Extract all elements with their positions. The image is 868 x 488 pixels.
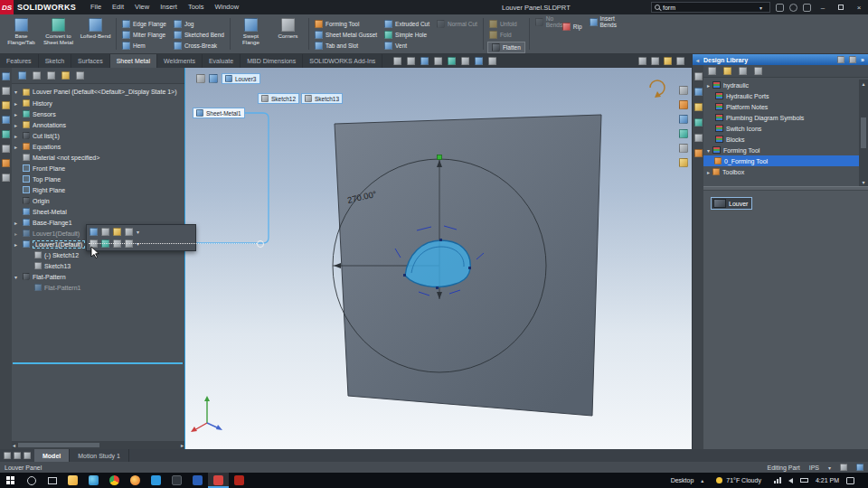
- tree-item-origin[interactable]: Origin: [12, 195, 184, 206]
- rip-button[interactable]: Rip: [561, 22, 584, 32]
- graphics-area[interactable]: 270.00°: [185, 68, 692, 449]
- breadcrumb-feature-chip[interactable]: Louver3: [222, 73, 260, 84]
- design-library-tab-icon[interactable]: [694, 88, 703, 96]
- action-center-icon[interactable]: [846, 477, 854, 484]
- appearances-tab-icon[interactable]: [694, 134, 703, 142]
- extruded-cut-button[interactable]: Extruded Cut: [382, 19, 431, 29]
- expand-icon[interactable]: [14, 274, 20, 280]
- expand-icon[interactable]: [14, 144, 20, 150]
- tab-and-slot-button[interactable]: Tab and Slot: [313, 41, 379, 51]
- library-scrollbar[interactable]: [859, 80, 868, 186]
- tab-evaluate[interactable]: Evaluate: [203, 54, 241, 68]
- tree-filter-icon[interactable]: [18, 71, 26, 80]
- search-box[interactable]: [651, 2, 770, 13]
- body-breadcrumb-icon[interactable]: [196, 74, 205, 83]
- sustainability-tab-icon[interactable]: [2, 159, 10, 167]
- vent-button[interactable]: Vent: [382, 41, 431, 51]
- library-item-hydraulic[interactable]: hydraulic: [703, 80, 859, 90]
- tree-item-equations[interactable]: Equations: [12, 141, 184, 152]
- scroll-thumb[interactable]: [18, 443, 99, 447]
- library-item-0-forming-tool[interactable]: 0_Forming Tool: [703, 155, 859, 166]
- tab-sheet-metal[interactable]: Sheet Metal: [110, 54, 157, 68]
- tab-scroll-first-icon[interactable]: [4, 452, 11, 459]
- sheet-metal1-callout[interactable]: Sheet-Metal1: [193, 108, 245, 118]
- flatten-button[interactable]: Flatten: [487, 42, 525, 53]
- hem-button[interactable]: Hem: [120, 41, 168, 51]
- show-display-pane-icon[interactable]: [47, 71, 55, 80]
- units-dropdown-icon[interactable]: [828, 465, 831, 471]
- menu-insert[interactable]: Insert: [155, 0, 183, 14]
- propertymanager-tab-icon[interactable]: [2, 87, 10, 95]
- menu-tools[interactable]: Tools: [183, 0, 210, 14]
- tree-display-icon[interactable]: [33, 71, 41, 80]
- tree-item-sketch13[interactable]: Sketch13: [12, 260, 184, 271]
- search-dropdown-icon[interactable]: [760, 5, 762, 11]
- library-back-icon[interactable]: [708, 67, 716, 75]
- popup-more-icon[interactable]: [137, 229, 139, 235]
- expand-icon[interactable]: [14, 100, 20, 107]
- scroll-down-icon[interactable]: [862, 179, 864, 185]
- library-item-blocks[interactable]: Blocks: [703, 134, 859, 145]
- home-tab-icon[interactable]: [694, 72, 703, 80]
- tree-item-front-plane[interactable]: Front Plane: [12, 163, 184, 174]
- chrome-app[interactable]: [104, 473, 125, 488]
- tree-pin-icon[interactable]: [76, 71, 84, 80]
- firefox-app[interactable]: [125, 473, 146, 488]
- corners-button[interactable]: Corners: [271, 16, 305, 40]
- camera-icon[interactable]: [651, 57, 659, 65]
- edit-sketch-icon[interactable]: [101, 228, 109, 236]
- tag-icon[interactable]: [856, 464, 863, 471]
- tab-mbd-dimensions[interactable]: MBD Dimensions: [241, 54, 303, 68]
- library-item-platform-notes[interactable]: Platform Notes: [703, 101, 859, 112]
- swept-flange-button[interactable]: Swept Flange: [234, 16, 268, 46]
- expand-icon[interactable]: [14, 241, 20, 248]
- expand-icon[interactable]: [14, 111, 20, 117]
- tree-item-cut-list[interactable]: Cut list(1): [12, 130, 184, 141]
- tab-motion-study-1[interactable]: Motion Study 1: [70, 449, 129, 462]
- quick-tips-icon[interactable]: [840, 464, 847, 471]
- tree-item-material[interactable]: Material <not specified>: [12, 152, 184, 163]
- collapse-pane-icon[interactable]: »: [861, 57, 864, 63]
- acrobat-app[interactable]: [229, 473, 250, 488]
- vscode-app[interactable]: [146, 473, 166, 488]
- zoom-fit-icon[interactable]: [393, 57, 401, 65]
- terminal-app[interactable]: [166, 473, 187, 488]
- display-pane-icon[interactable]: [679, 86, 688, 95]
- cross-break-button[interactable]: Cross-Break: [172, 41, 226, 51]
- cam-tab-icon[interactable]: [2, 145, 10, 153]
- transparency-icon[interactable]: [679, 144, 688, 153]
- scene-icon[interactable]: [475, 57, 483, 65]
- featuremanager-tab-icon[interactable]: [2, 72, 10, 80]
- status-units[interactable]: IPS: [809, 465, 819, 471]
- expand-icon[interactable]: [707, 169, 710, 175]
- tab-model[interactable]: Model: [34, 449, 70, 462]
- tab-surfaces[interactable]: Surfaces: [71, 54, 110, 68]
- hide-show-items-icon[interactable]: [434, 57, 442, 65]
- desktop-label[interactable]: Desktop: [671, 477, 694, 483]
- display-style-icon[interactable]: [420, 57, 429, 65]
- search-button[interactable]: [21, 473, 42, 488]
- expand-icon[interactable]: [707, 82, 710, 89]
- tab-solidworks-add-ins[interactable]: SOLIDWORKS Add-Ins: [303, 54, 382, 68]
- no-bends-button[interactable]: No Bends: [533, 16, 557, 29]
- scroll-up-icon[interactable]: [862, 80, 864, 87]
- file-explorer-tab-icon[interactable]: [694, 103, 703, 111]
- clock[interactable]: 4:21 PM: [816, 477, 839, 483]
- tree-item-history[interactable]: History: [12, 98, 184, 108]
- lofted-bend-button[interactable]: Lofted-Bend: [79, 16, 112, 40]
- battery-icon[interactable]: [800, 478, 808, 483]
- minimize-button[interactable]: –: [816, 2, 829, 13]
- menu-view[interactable]: View: [129, 0, 155, 14]
- wrench-icon[interactable]: [837, 56, 844, 63]
- close-button[interactable]: ×: [853, 2, 865, 13]
- weather-widget[interactable]: 71°F Cloudy: [711, 477, 767, 483]
- insert-bends-button[interactable]: Insert Bends: [588, 16, 611, 29]
- library-item-plumbing-diagram-symbols[interactable]: Plumbing Diagram Symbols: [703, 112, 859, 123]
- pin-icon[interactable]: [849, 56, 856, 63]
- suppress-icon[interactable]: [113, 228, 121, 236]
- word-app[interactable]: [187, 473, 208, 488]
- file-explorer-app[interactable]: [62, 473, 83, 488]
- edit-feature-icon[interactable]: [90, 228, 98, 236]
- appearance-target-icon[interactable]: [679, 100, 688, 109]
- louver-forming-tool-tile[interactable]: Louver: [711, 197, 752, 210]
